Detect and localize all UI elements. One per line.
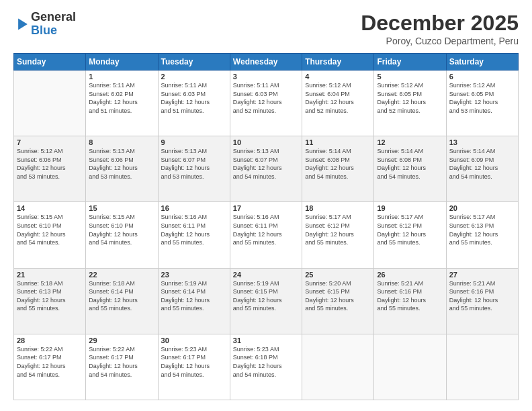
day-cell: 26Sunrise: 5:21 AMSunset: 6:16 PMDayligh…	[374, 268, 446, 334]
day-info: Sunrise: 5:11 AMSunset: 6:03 PMDaylight:…	[161, 81, 227, 115]
logo-general: General	[31, 11, 76, 24]
day-cell: 22Sunrise: 5:18 AMSunset: 6:14 PMDayligh…	[86, 268, 158, 334]
day-number: 7	[17, 138, 83, 146]
day-number: 23	[161, 271, 227, 279]
day-cell: 24Sunrise: 5:19 AMSunset: 6:15 PMDayligh…	[230, 268, 302, 334]
day-number: 31	[233, 336, 299, 345]
day-cell: 9Sunrise: 5:13 AMSunset: 6:07 PMDaylight…	[158, 136, 230, 202]
day-cell: 12Sunrise: 5:14 AMSunset: 6:08 PMDayligh…	[374, 136, 446, 202]
day-info: Sunrise: 5:18 AMSunset: 6:14 PMDaylight:…	[89, 279, 154, 313]
title-section: December 2025 Poroy, Cuzco Department, P…	[361, 11, 519, 46]
day-cell: 2Sunrise: 5:11 AMSunset: 6:03 PMDaylight…	[158, 71, 230, 136]
day-number: 1	[89, 73, 154, 81]
day-number: 19	[377, 204, 443, 212]
day-cell: 6Sunrise: 5:12 AMSunset: 6:05 PMDaylight…	[446, 71, 518, 136]
day-number: 18	[305, 204, 371, 212]
day-info: Sunrise: 5:13 AMSunset: 6:07 PMDaylight:…	[233, 147, 299, 181]
weekday-saturday: Saturday	[446, 54, 518, 71]
logo: General Blue	[13, 11, 76, 38]
day-number: 9	[161, 138, 227, 146]
day-cell: 19Sunrise: 5:17 AMSunset: 6:12 PMDayligh…	[374, 202, 446, 268]
day-cell: 27Sunrise: 5:21 AMSunset: 6:16 PMDayligh…	[446, 268, 518, 334]
day-cell: 18Sunrise: 5:17 AMSunset: 6:12 PMDayligh…	[302, 202, 374, 268]
day-info: Sunrise: 5:13 AMSunset: 6:07 PMDaylight:…	[161, 147, 227, 181]
day-number: 2	[161, 73, 227, 81]
svg-marker-0	[18, 18, 28, 30]
day-info: Sunrise: 5:13 AMSunset: 6:06 PMDaylight:…	[89, 147, 154, 181]
day-cell: 13Sunrise: 5:14 AMSunset: 6:09 PMDayligh…	[446, 136, 518, 202]
week-row-3: 21Sunrise: 5:18 AMSunset: 6:13 PMDayligh…	[14, 268, 519, 334]
logo-text: General Blue	[31, 11, 76, 38]
day-info: Sunrise: 5:19 AMSunset: 6:14 PMDaylight:…	[161, 279, 227, 313]
day-cell: 31Sunrise: 5:23 AMSunset: 6:18 PMDayligh…	[230, 334, 302, 400]
day-number: 25	[305, 271, 371, 279]
day-cell: 10Sunrise: 5:13 AMSunset: 6:07 PMDayligh…	[230, 136, 302, 202]
day-cell: 21Sunrise: 5:18 AMSunset: 6:13 PMDayligh…	[14, 268, 86, 334]
day-number: 12	[377, 138, 443, 146]
day-info: Sunrise: 5:20 AMSunset: 6:15 PMDaylight:…	[305, 279, 371, 313]
logo-blue: Blue	[31, 24, 76, 38]
day-cell	[14, 71, 86, 136]
day-info: Sunrise: 5:15 AMSunset: 6:10 PMDaylight:…	[89, 213, 154, 246]
day-cell: 11Sunrise: 5:14 AMSunset: 6:08 PMDayligh…	[302, 136, 374, 202]
day-number: 24	[233, 271, 299, 279]
header: General Blue December 2025 Poroy, Cuzco …	[13, 11, 519, 46]
day-cell: 16Sunrise: 5:16 AMSunset: 6:11 PMDayligh…	[158, 202, 230, 268]
day-number: 11	[305, 138, 371, 146]
weekday-sunday: Sunday	[14, 54, 86, 71]
day-number: 30	[161, 336, 227, 345]
day-cell: 20Sunrise: 5:17 AMSunset: 6:13 PMDayligh…	[446, 202, 518, 268]
day-cell: 7Sunrise: 5:12 AMSunset: 6:06 PMDaylight…	[14, 136, 86, 202]
weekday-thursday: Thursday	[302, 54, 374, 71]
day-info: Sunrise: 5:11 AMSunset: 6:02 PMDaylight:…	[89, 81, 154, 115]
day-cell: 17Sunrise: 5:16 AMSunset: 6:11 PMDayligh…	[230, 202, 302, 268]
day-info: Sunrise: 5:17 AMSunset: 6:13 PMDaylight:…	[449, 213, 515, 246]
day-number: 6	[449, 73, 515, 81]
day-info: Sunrise: 5:18 AMSunset: 6:13 PMDaylight:…	[17, 279, 83, 313]
day-info: Sunrise: 5:12 AMSunset: 6:06 PMDaylight:…	[17, 147, 83, 181]
day-info: Sunrise: 5:17 AMSunset: 6:12 PMDaylight:…	[305, 213, 371, 246]
day-number: 10	[233, 138, 299, 146]
day-cell: 30Sunrise: 5:23 AMSunset: 6:17 PMDayligh…	[158, 334, 230, 400]
day-info: Sunrise: 5:16 AMSunset: 6:11 PMDaylight:…	[161, 213, 227, 246]
day-info: Sunrise: 5:14 AMSunset: 6:09 PMDaylight:…	[449, 147, 515, 181]
day-cell: 1Sunrise: 5:11 AMSunset: 6:02 PMDaylight…	[86, 71, 158, 136]
day-number: 29	[89, 336, 154, 345]
logo-icon	[15, 16, 31, 32]
day-info: Sunrise: 5:16 AMSunset: 6:11 PMDaylight:…	[233, 213, 299, 246]
day-cell: 23Sunrise: 5:19 AMSunset: 6:14 PMDayligh…	[158, 268, 230, 334]
day-info: Sunrise: 5:21 AMSunset: 6:16 PMDaylight:…	[377, 279, 443, 313]
day-info: Sunrise: 5:23 AMSunset: 6:18 PMDaylight:…	[233, 345, 299, 379]
day-info: Sunrise: 5:21 AMSunset: 6:16 PMDaylight:…	[449, 279, 515, 313]
week-row-2: 14Sunrise: 5:15 AMSunset: 6:10 PMDayligh…	[14, 202, 519, 268]
weekday-friday: Friday	[374, 54, 446, 71]
day-info: Sunrise: 5:12 AMSunset: 6:05 PMDaylight:…	[449, 81, 515, 115]
calendar-table: SundayMondayTuesdayWednesdayThursdayFrid…	[13, 53, 519, 400]
month-title: December 2025	[361, 11, 519, 36]
day-cell: 5Sunrise: 5:12 AMSunset: 6:05 PMDaylight…	[374, 71, 446, 136]
week-row-4: 28Sunrise: 5:22 AMSunset: 6:17 PMDayligh…	[14, 334, 519, 400]
day-number: 17	[233, 204, 299, 212]
day-info: Sunrise: 5:15 AMSunset: 6:10 PMDaylight:…	[17, 213, 83, 246]
day-cell: 15Sunrise: 5:15 AMSunset: 6:10 PMDayligh…	[86, 202, 158, 268]
day-number: 16	[161, 204, 227, 212]
day-info: Sunrise: 5:17 AMSunset: 6:12 PMDaylight:…	[377, 213, 443, 246]
day-cell: 28Sunrise: 5:22 AMSunset: 6:17 PMDayligh…	[14, 334, 86, 400]
day-info: Sunrise: 5:22 AMSunset: 6:17 PMDaylight:…	[89, 345, 154, 379]
day-cell: 8Sunrise: 5:13 AMSunset: 6:06 PMDaylight…	[86, 136, 158, 202]
day-number: 8	[89, 138, 154, 146]
day-info: Sunrise: 5:22 AMSunset: 6:17 PMDaylight:…	[17, 345, 83, 379]
week-row-1: 7Sunrise: 5:12 AMSunset: 6:06 PMDaylight…	[14, 136, 519, 202]
weekday-tuesday: Tuesday	[158, 54, 230, 71]
day-cell: 29Sunrise: 5:22 AMSunset: 6:17 PMDayligh…	[86, 334, 158, 400]
day-cell: 14Sunrise: 5:15 AMSunset: 6:10 PMDayligh…	[14, 202, 86, 268]
day-info: Sunrise: 5:23 AMSunset: 6:17 PMDaylight:…	[161, 345, 227, 379]
day-cell: 3Sunrise: 5:11 AMSunset: 6:03 PMDaylight…	[230, 71, 302, 136]
day-info: Sunrise: 5:14 AMSunset: 6:08 PMDaylight:…	[305, 147, 371, 181]
day-number: 20	[449, 204, 515, 212]
weekday-monday: Monday	[86, 54, 158, 71]
day-number: 3	[233, 73, 299, 81]
day-number: 5	[377, 73, 443, 81]
day-info: Sunrise: 5:19 AMSunset: 6:15 PMDaylight:…	[233, 279, 299, 313]
day-number: 22	[89, 271, 154, 279]
